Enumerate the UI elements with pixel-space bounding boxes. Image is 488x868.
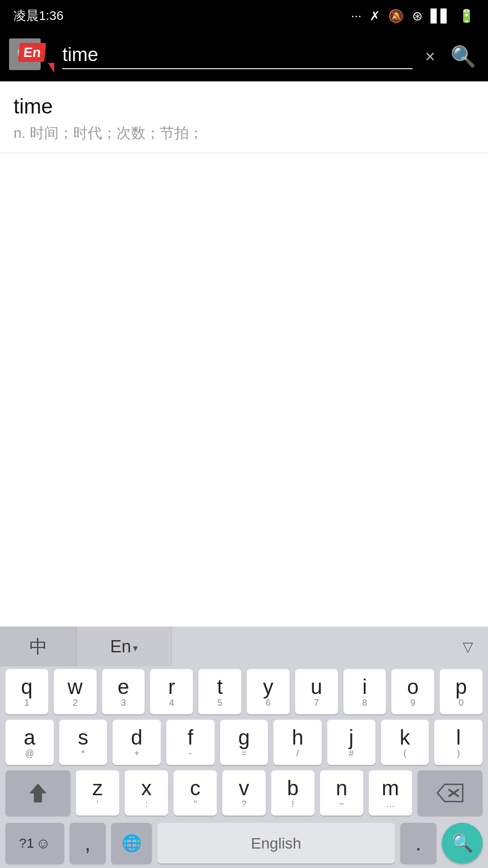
keyboard-lang-zh[interactable]: 中 — [0, 627, 77, 666]
search-input[interactable] — [62, 44, 413, 66]
key-g[interactable]: g= — [220, 720, 268, 765]
lang-en-label: En — [110, 637, 131, 656]
key-v[interactable]: v? — [222, 770, 266, 816]
keyboard-top-row: 中 En ▾ ▽ — [0, 627, 488, 666]
keyboard: 中 En ▾ ▽ q1 w2 e3 r4 t5 y6 u7 i8 o9 p0 a… — [0, 627, 488, 868]
keyboard-row-2: a@ s* d+ f- g= h/ j# k( l) — [0, 717, 488, 768]
key-i[interactable]: i8 — [343, 669, 386, 714]
key-s[interactable]: s* — [59, 720, 108, 765]
key-r[interactable]: r4 — [150, 669, 193, 714]
search-header: 中 En × 🔍 — [0, 32, 488, 81]
key-d[interactable]: d+ — [113, 720, 161, 765]
logo-en: En — [18, 43, 47, 62]
globe-icon: 🌐 — [122, 834, 142, 853]
key-h[interactable]: h/ — [273, 720, 322, 765]
signal-icon: ▋▋ — [431, 9, 450, 24]
key-p[interactable]: p0 — [440, 669, 483, 714]
key-b[interactable]: b! — [271, 770, 314, 816]
key-t[interactable]: t5 — [198, 669, 241, 714]
wifi-icon: ⊛ — [412, 9, 422, 24]
key-q[interactable]: q1 — [5, 669, 48, 714]
key-j[interactable]: j# — [327, 720, 375, 765]
key-e[interactable]: e3 — [102, 669, 145, 714]
shift-key[interactable] — [5, 770, 70, 816]
key-f[interactable]: f- — [166, 720, 215, 765]
key-z[interactable]: z' — [76, 770, 119, 816]
keyboard-row-3: z' x: c" v? b! n~ m… — [0, 768, 488, 818]
comma-key[interactable]: , — [70, 823, 106, 863]
lang-en-arrow-icon: ▾ — [133, 642, 138, 654]
keyboard-bottom-row: ?1 ☺ , 🌐 English . 🔍 — [0, 818, 488, 868]
symbols-key[interactable]: ?1 ☺ — [5, 823, 64, 863]
keyboard-hide-button[interactable]: ▽ — [447, 627, 488, 666]
key-x[interactable]: x: — [125, 770, 168, 816]
shift-icon — [27, 782, 49, 804]
status-bar: 凌晨1:36 ··· ✗ 🔕 ⊛ ▋▋ 🔋 — [0, 0, 488, 32]
keyboard-search-button[interactable]: 🔍 — [442, 823, 483, 863]
app-logo: 中 En — [9, 38, 54, 75]
result-area: time n. 时间；时代；次数；节拍； — [0, 81, 488, 153]
symbols-label: ?1 — [19, 835, 34, 851]
key-c[interactable]: c" — [174, 770, 217, 816]
space-label: English — [251, 835, 301, 852]
key-u[interactable]: u7 — [295, 669, 338, 714]
keyboard-row-1: q1 w2 e3 r4 t5 y6 u7 i8 o9 p0 — [0, 666, 488, 717]
bluetooth-icon: ✗ — [370, 9, 380, 24]
globe-key[interactable]: 🌐 — [111, 823, 152, 863]
keyboard-top-space — [172, 627, 447, 666]
key-a[interactable]: a@ — [5, 720, 54, 765]
space-key[interactable]: English — [157, 823, 395, 863]
empty-space — [0, 153, 488, 425]
status-time: 凌晨1:36 — [14, 7, 64, 24]
result-definition: n. 时间；时代；次数；节拍； — [14, 122, 474, 144]
signal-dots-icon: ··· — [351, 9, 361, 23]
keyboard-search-icon: 🔍 — [452, 833, 473, 853]
keyboard-lang-en[interactable]: En ▾ — [77, 627, 172, 666]
svg-marker-0 — [29, 783, 47, 802]
key-y[interactable]: y6 — [247, 669, 290, 714]
backspace-key[interactable] — [418, 770, 483, 816]
svg-rect-1 — [34, 801, 42, 802]
key-w[interactable]: w2 — [54, 669, 97, 714]
key-o[interactable]: o9 — [391, 669, 434, 714]
battery-icon: 🔋 — [459, 9, 474, 24]
search-input-wrap[interactable] — [62, 44, 413, 69]
key-n[interactable]: n~ — [320, 770, 363, 816]
period-key[interactable]: . — [400, 823, 436, 863]
hide-keyboard-icon: ▽ — [463, 639, 473, 655]
clear-button[interactable]: × — [421, 47, 440, 66]
search-icon-button[interactable]: 🔍 — [448, 44, 479, 69]
key-k[interactable]: k( — [381, 720, 429, 765]
svg-marker-2 — [437, 784, 463, 802]
emoji-icon: ☺ — [36, 835, 51, 852]
status-icons: ··· ✗ 🔕 ⊛ ▋▋ 🔋 — [351, 9, 474, 24]
logo-slash-decoration — [48, 63, 54, 73]
key-l[interactable]: l) — [434, 720, 483, 765]
mute-icon: 🔕 — [388, 9, 404, 24]
backspace-icon — [436, 783, 464, 802]
key-m[interactable]: m… — [369, 770, 412, 816]
result-word: time — [14, 94, 474, 118]
